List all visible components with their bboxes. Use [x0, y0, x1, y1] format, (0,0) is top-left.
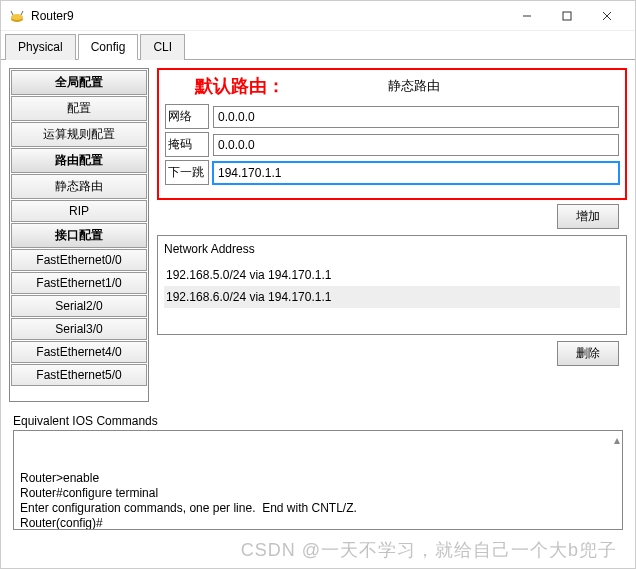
row-nexthop: 下一跳 — [165, 160, 619, 185]
minimize-button[interactable] — [507, 2, 547, 30]
tab-cli[interactable]: CLI — [140, 34, 185, 60]
watermark: CSDN @一天不学习，就给自己一个大b兜子 — [241, 538, 617, 562]
input-network[interactable] — [213, 106, 619, 128]
row-mask: 掩码 — [165, 132, 619, 157]
route-item[interactable]: 192.168.6.0/24 via 194.170.1.1 — [164, 286, 620, 308]
sidebar-item-fe50[interactable]: FastEthernet5/0 — [11, 364, 147, 386]
svg-rect-5 — [563, 12, 571, 20]
svg-line-3 — [21, 11, 23, 15]
svg-line-2 — [11, 11, 13, 15]
input-mask[interactable] — [213, 134, 619, 156]
sidebar-item-fe10[interactable]: FastEthernet1/0 — [11, 272, 147, 294]
ios-commands-box[interactable]: ▴Router>enable Router#configure terminal… — [13, 430, 623, 530]
titlebar: Router9 — [1, 1, 635, 31]
tab-config[interactable]: Config — [78, 34, 139, 60]
sidebar-item-s20[interactable]: Serial2/0 — [11, 295, 147, 317]
content-area: 全局配置 配置 运算规则配置 路由配置 静态路由 RIP 接口配置 FastEt… — [1, 60, 635, 410]
tab-physical[interactable]: Physical — [5, 34, 76, 60]
sidebar-item-algorithm[interactable]: 运算规则配置 — [11, 122, 147, 147]
sidebar-item-fe00[interactable]: FastEthernet0/0 — [11, 249, 147, 271]
app-window: Router9 Physical Config CLI 全局配置 配置 运算规则… — [0, 0, 636, 569]
section-title: 静态路由 — [388, 77, 440, 95]
row-network: 网络 — [165, 104, 619, 129]
delete-button-row: 删除 — [157, 341, 619, 366]
sidebar-item-static[interactable]: 静态路由 — [11, 174, 147, 199]
sidebar-header-routing: 路由配置 — [11, 148, 147, 173]
sidebar-item-rip[interactable]: RIP — [11, 200, 147, 222]
form-header-row: 默认路由： 静态路由 — [165, 74, 619, 98]
ios-label: Equivalent IOS Commands — [13, 414, 627, 428]
static-route-form-box: 默认路由： 静态路由 网络 掩码 下一跳 — [157, 68, 627, 200]
label-mask: 掩码 — [165, 132, 209, 157]
router-icon — [9, 8, 25, 24]
delete-button[interactable]: 删除 — [557, 341, 619, 366]
route-list[interactable]: Network Address 192.168.5.0/24 via 194.1… — [157, 235, 627, 335]
sidebar: 全局配置 配置 运算规则配置 路由配置 静态路由 RIP 接口配置 FastEt… — [9, 68, 149, 402]
annotation-default-route: 默认路由： — [195, 74, 285, 98]
label-network: 网络 — [165, 104, 209, 129]
route-list-header: Network Address — [164, 242, 620, 256]
sidebar-item-s30[interactable]: Serial3/0 — [11, 318, 147, 340]
label-nexthop: 下一跳 — [165, 160, 209, 185]
window-title: Router9 — [31, 9, 507, 23]
close-button[interactable] — [587, 2, 627, 30]
ios-text: Router>enable Router#configure terminal … — [20, 471, 357, 530]
route-item[interactable]: 192.168.5.0/24 via 194.170.1.1 — [164, 264, 620, 286]
sidebar-header-global: 全局配置 — [11, 70, 147, 95]
main-panel: 默认路由： 静态路由 网络 掩码 下一跳 增加 — [157, 68, 627, 402]
sidebar-item-fe40[interactable]: FastEthernet4/0 — [11, 341, 147, 363]
sidebar-header-interface: 接口配置 — [11, 223, 147, 248]
scroll-up-icon[interactable]: ▴ — [614, 433, 620, 447]
add-button[interactable]: 增加 — [557, 204, 619, 229]
maximize-button[interactable] — [547, 2, 587, 30]
add-button-row: 增加 — [157, 204, 619, 229]
tab-bar: Physical Config CLI — [1, 33, 635, 60]
input-nexthop[interactable] — [213, 162, 619, 184]
sidebar-item-settings[interactable]: 配置 — [11, 96, 147, 121]
